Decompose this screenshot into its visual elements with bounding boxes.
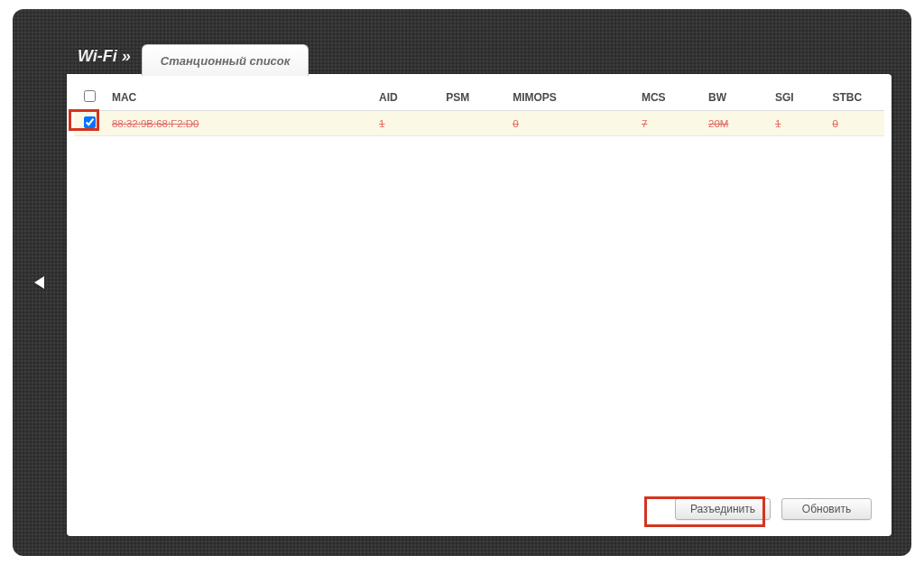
cell-mcs: 7: [636, 111, 703, 136]
col-aid: AID: [374, 85, 440, 111]
section-title[interactable]: Wi-Fi »: [67, 40, 142, 75]
cell-sgi: 1: [770, 111, 827, 136]
table-header-row: MAC AID PSM MIMOPS MCS BW SGI STBC: [74, 85, 884, 111]
table-row[interactable]: 88:32:9B:68:F2:D0 1 0 7 20M 1 0: [74, 111, 884, 136]
cell-mac: 88:32:9B:68:F2:D0: [106, 111, 374, 136]
col-bw: BW: [703, 85, 770, 111]
station-table: MAC AID PSM MIMOPS MCS BW SGI STBC: [74, 85, 884, 136]
col-psm: PSM: [440, 85, 507, 111]
col-mimops: MIMOPS: [507, 85, 636, 111]
cell-mimops: 0: [507, 111, 636, 136]
col-sgi: SGI: [770, 85, 827, 111]
refresh-button[interactable]: Обновить: [781, 498, 872, 520]
cell-psm: [440, 111, 507, 136]
content-panel: MAC AID PSM MIMOPS MCS BW SGI STBC: [67, 74, 892, 536]
select-all-checkbox[interactable]: [84, 90, 96, 102]
highlight-checkbox-annotation: [69, 109, 99, 131]
col-stbc: STBC: [827, 85, 884, 111]
cell-bw: 20M: [703, 111, 770, 136]
col-mcs: MCS: [636, 85, 703, 111]
collapse-arrow-icon[interactable]: [34, 276, 44, 289]
main-panel: Wi-Fi » Станционный список MAC AID: [13, 9, 911, 556]
tab-station-list[interactable]: Станционный список: [142, 44, 310, 76]
highlight-button-annotation: [644, 496, 765, 527]
header: Wi-Fi » Станционный список: [67, 40, 892, 75]
col-mac: MAC: [106, 85, 374, 111]
cell-aid: 1: [374, 111, 440, 136]
cell-stbc: 0: [827, 111, 884, 136]
